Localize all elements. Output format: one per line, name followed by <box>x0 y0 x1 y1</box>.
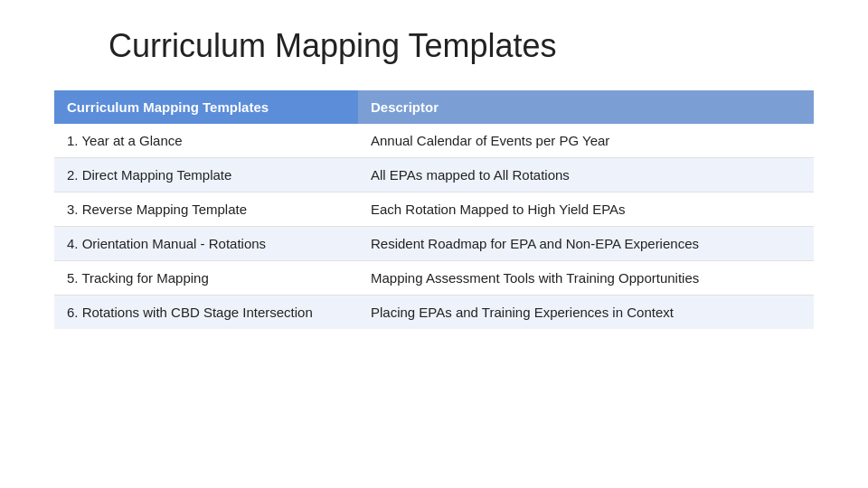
table-cell-template: 3. Reverse Mapping Template <box>54 192 358 227</box>
curriculum-table: Curriculum Mapping Templates Descriptor … <box>54 90 814 329</box>
table-row: 4. Orientation Manual - RotationsResiden… <box>54 227 814 261</box>
table-row: 3. Reverse Mapping TemplateEach Rotation… <box>54 192 814 227</box>
table-row: 1. Year at a GlanceAnnual Calendar of Ev… <box>54 124 814 158</box>
table-row: 6. Rotations with CBD Stage Intersection… <box>54 296 814 330</box>
table-cell-descriptor: Each Rotation Mapped to High Yield EPAs <box>358 192 814 227</box>
col1-header: Curriculum Mapping Templates <box>54 90 358 124</box>
table-cell-template: 6. Rotations with CBD Stage Intersection <box>54 296 358 330</box>
table-cell-template: 2. Direct Mapping Template <box>54 158 358 192</box>
table-row: 5. Tracking for MappingMapping Assessmen… <box>54 261 814 296</box>
table-cell-template: 5. Tracking for Mapping <box>54 261 358 296</box>
table-cell-descriptor: Annual Calendar of Events per PG Year <box>358 124 814 158</box>
table-row: 2. Direct Mapping TemplateAll EPAs mappe… <box>54 158 814 192</box>
table-cell-descriptor: Mapping Assessment Tools with Training O… <box>358 261 814 296</box>
col2-header: Descriptor <box>358 90 814 124</box>
table-cell-descriptor: All EPAs mapped to All Rotations <box>358 158 814 192</box>
page-title: Curriculum Mapping Templates <box>108 27 557 65</box>
table-cell-descriptor: Resident Roadmap for EPA and Non-EPA Exp… <box>358 227 814 261</box>
table-cell-template: 1. Year at a Glance <box>54 124 358 158</box>
table-cell-descriptor: Placing EPAs and Training Experiences in… <box>358 296 814 330</box>
table-cell-template: 4. Orientation Manual - Rotations <box>54 227 358 261</box>
